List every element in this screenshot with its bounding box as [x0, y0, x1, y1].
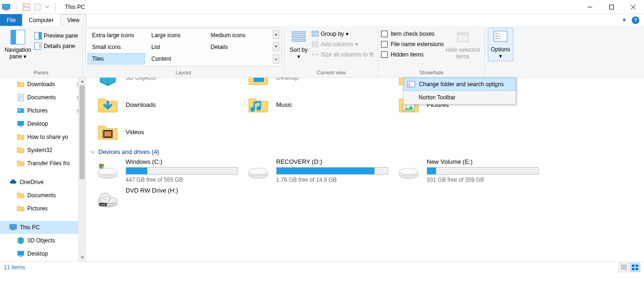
svg-rect-1: [4, 9, 8, 10]
nav-item-label: Documents: [27, 94, 56, 101]
folder-downloads[interactable]: Downloads: [88, 91, 239, 118]
layout-list[interactable]: List: [147, 41, 204, 53]
folder-videos[interactable]: Videos: [88, 118, 239, 145]
maximize-button[interactable]: [601, 0, 622, 14]
scroll-thumb[interactable]: [80, 85, 85, 179]
file-name-extensions-toggle[interactable]: File name extensions: [381, 39, 444, 49]
folder-desktop[interactable]: Desktop: [239, 78, 389, 91]
help-button[interactable]: ?: [632, 16, 639, 24]
qat-dropdown[interactable]: [33, 3, 42, 11]
layout-medium[interactable]: Medium icons: [206, 30, 271, 41]
group-by-button[interactable]: Group by ▾: [310, 29, 375, 39]
nav-item-how-to-share-yo[interactable]: How to share yo: [0, 130, 86, 144]
svg-rect-59: [254, 78, 264, 82]
minimize-ribbon-icon[interactable]: [621, 17, 628, 24]
svg-text:DVD: DVD: [101, 203, 106, 206]
options-button[interactable]: Options▾: [488, 28, 513, 61]
3d-icon: [17, 237, 24, 244]
thispc-icon: [2, 3, 10, 11]
menu-change-folder-options[interactable]: Change folder and search options: [404, 78, 516, 91]
layout-details[interactable]: Details: [206, 41, 271, 53]
nav-scrollbar[interactable]: [78, 78, 86, 261]
tab-file[interactable]: File: [0, 14, 22, 26]
nav-item-label: Documents: [27, 192, 56, 199]
drive-windows-c-[interactable]: Windows (C:)447 GB free of 555 GB: [88, 158, 239, 183]
svg-rect-10: [39, 43, 42, 50]
section-devices-header[interactable]: Devices and drives (4): [88, 145, 644, 158]
drive-name: DVD RW Drive (H:): [126, 187, 239, 194]
menu-norton-toolbar[interactable]: Norton Toolbar: [404, 91, 516, 104]
layout-tiles[interactable]: Tiles: [87, 53, 145, 64]
drive-usage-bar: [427, 167, 539, 175]
drive-free-text: 331 GB free of 359 GB: [427, 177, 540, 183]
scroll-up-icon[interactable]: [79, 78, 86, 85]
svg-rect-40: [292, 39, 305, 41]
preview-pane-icon: [34, 32, 42, 40]
folder-music[interactable]: Music: [239, 91, 389, 118]
layout-content[interactable]: Content: [147, 53, 204, 64]
add-columns-label: Add columns: [321, 41, 353, 48]
nav-item-documents[interactable]: Documents: [0, 189, 86, 202]
nav-item-pictures[interactable]: Pictures📌: [0, 104, 86, 117]
status-bar: 11 items: [0, 261, 644, 273]
drive-recovery-d-[interactable]: RECOVERY (D:)1.76 GB free of 14.9 GB: [239, 158, 389, 183]
preview-pane-label: Preview pane: [44, 32, 78, 39]
tab-view[interactable]: View: [60, 14, 87, 26]
drive-usage-bar: [276, 167, 388, 175]
nav-item-desktop[interactable]: Desktop: [0, 117, 86, 130]
scroll-down-icon[interactable]: [79, 254, 86, 261]
nav-item-pictures[interactable]: Pictures: [0, 202, 86, 215]
svg-rect-55: [10, 225, 16, 229]
minimize-button[interactable]: [579, 0, 601, 14]
properties-icon[interactable]: [22, 3, 31, 11]
nav-item-this-pc[interactable]: This PC: [0, 221, 86, 234]
sort-by-label: Sort by: [290, 47, 308, 53]
details-pane-button[interactable]: Details pane: [33, 41, 80, 51]
folder-icon: [17, 81, 24, 88]
details-view-button[interactable]: [619, 263, 629, 272]
folder-icon: [17, 160, 24, 167]
chevron-down-icon[interactable]: [45, 4, 49, 10]
close-button[interactable]: [622, 0, 644, 14]
nav-item-downloads[interactable]: Downloads📌: [0, 78, 86, 91]
drive-usage-bar: [126, 167, 238, 175]
ribbon-group-layout: Extra large iconsLarge iconsMedium icons…: [83, 26, 285, 77]
svg-rect-91: [636, 268, 638, 270]
layout-content-label: Content: [151, 56, 171, 62]
svg-point-85: [103, 197, 106, 200]
nav-item-documents[interactable]: Documents📌: [0, 91, 86, 104]
tiles-view-button[interactable]: [630, 263, 640, 272]
hidden-items-toggle[interactable]: Hidden items: [381, 49, 444, 60]
drive-new-volume-e-[interactable]: New Volume (E:)331 GB free of 359 GB: [389, 158, 540, 183]
svg-rect-66: [104, 131, 111, 137]
drive-dvd[interactable]: DVDDVD RW Drive (H:): [88, 187, 239, 209]
nav-item-onedrive[interactable]: OneDrive: [0, 176, 86, 189]
chevron-down-icon: [90, 149, 95, 155]
nav-item-system32[interactable]: System32: [0, 144, 86, 157]
item-check-boxes-toggle[interactable]: Item check boxes: [381, 29, 444, 39]
hide-selected-label: Hide selected items: [445, 47, 481, 60]
svg-rect-8: [39, 32, 42, 40]
layout-small[interactable]: Small icons: [87, 41, 145, 53]
nav-item-3d-objects[interactable]: 3D Objects: [0, 234, 86, 247]
preview-pane-button[interactable]: Preview pane: [33, 31, 80, 41]
group-label-layout: Layout: [86, 69, 281, 76]
folder-icon: [17, 192, 24, 199]
navigation-pane-button[interactable]: Navigation pane ▾: [3, 28, 33, 62]
layout-scroll-up[interactable]: [273, 30, 279, 39]
tab-computer[interactable]: Computer: [22, 14, 60, 26]
sort-by-button[interactable]: Sort by ▾: [287, 28, 310, 62]
nav-item-desktop[interactable]: Desktop: [0, 247, 86, 260]
folder-3d-objects[interactable]: 3D Objects: [88, 78, 239, 91]
layout-large[interactable]: Large icons: [147, 30, 204, 41]
layout-extra_large[interactable]: Extra large icons: [87, 30, 145, 41]
layout-scroll-down[interactable]: [273, 42, 279, 51]
options-icon: [493, 29, 508, 44]
nav-item-label: Pictures: [27, 107, 48, 114]
layout-more[interactable]: [273, 54, 279, 64]
svg-rect-74: [102, 167, 104, 169]
folder-icon: [17, 205, 24, 212]
svg-rect-3: [34, 4, 41, 10]
nav-item-transfer-files-fro[interactable]: Transfer Files fro: [0, 157, 86, 170]
music-icon: [247, 93, 270, 116]
